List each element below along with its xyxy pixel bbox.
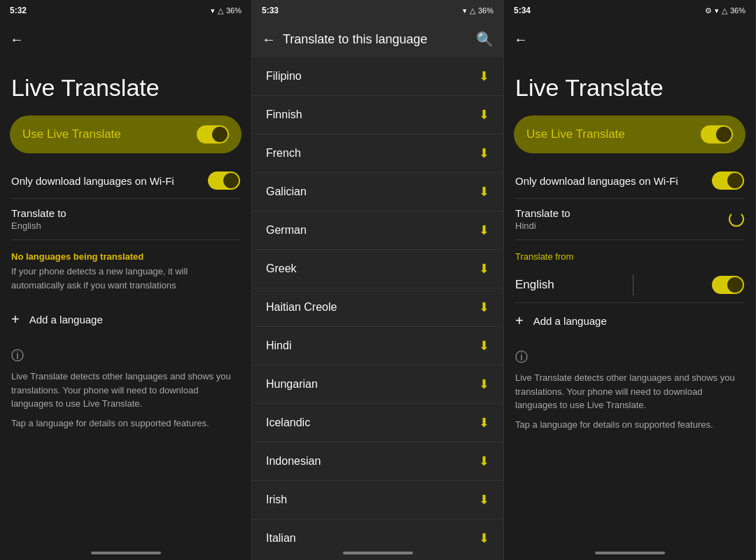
nav-bar-1: ← xyxy=(0,21,251,57)
list-item-haitian[interactable]: Haitian Creole ⬇ xyxy=(252,288,503,327)
download-icon-hungarian[interactable]: ⬇ xyxy=(479,377,489,392)
battery-2: 36% xyxy=(478,6,493,15)
list-item-german[interactable]: German ⬇ xyxy=(252,211,503,250)
wifi-switch-1[interactable] xyxy=(208,172,240,190)
live-translate-toggle-row-1[interactable]: Use Live Translate xyxy=(10,115,241,153)
list-item-finnish[interactable]: Finnish ⬇ xyxy=(252,96,503,134)
wifi-icon-2: ▾ xyxy=(463,6,467,15)
settings-icon-3: ⚙ xyxy=(705,6,712,15)
wifi-text-1: Only download languages on Wi-Fi xyxy=(11,175,208,187)
translate-to-value-3: Hindi xyxy=(515,220,729,231)
live-translate-switch-3[interactable] xyxy=(701,125,733,144)
list-item-hungarian[interactable]: Hungarian ⬇ xyxy=(252,365,503,404)
info-section-3: ⓘ Live Translate detects other languages… xyxy=(504,339,755,447)
lang-name-greek: Greek xyxy=(266,262,297,275)
download-icon-irish[interactable]: ⬇ xyxy=(479,492,489,507)
add-language-row-3[interactable]: + Add a language xyxy=(504,303,755,339)
wifi-toggle-row-3[interactable]: Only download languages on Wi-Fi xyxy=(504,163,755,198)
signal-icon: △ xyxy=(218,6,223,15)
home-indicator-3 xyxy=(504,546,755,560)
lang-name-german: German xyxy=(266,224,307,237)
list-item-italian[interactable]: Italian ⬇ xyxy=(252,519,503,546)
download-icon-galician[interactable]: ⬇ xyxy=(479,184,489,200)
home-bar-1 xyxy=(91,552,161,554)
download-icon-indonesian[interactable]: ⬇ xyxy=(479,454,489,469)
back-button-1[interactable]: ← xyxy=(10,31,24,48)
add-language-row-1[interactable]: + Add a language xyxy=(0,302,251,337)
list-item-hindi[interactable]: Hindi ⬇ xyxy=(252,327,503,365)
home-indicator-1 xyxy=(0,546,251,560)
page-title-3: Live Translate xyxy=(504,57,755,115)
list-item-icelandic[interactable]: Icelandic ⬇ xyxy=(252,404,503,442)
download-icon-french[interactable]: ⬇ xyxy=(479,146,489,161)
search-icon-2[interactable]: 🔍 xyxy=(476,31,493,48)
signal-icon-3: △ xyxy=(722,6,727,15)
screen-content-3: Live Translate Use Live Translate Only d… xyxy=(504,57,755,546)
add-icon-1: + xyxy=(11,312,20,328)
translate-from-lang-3: English xyxy=(515,278,554,292)
vertical-divider-3 xyxy=(633,274,634,295)
no-lang-header-1: No languages being translated xyxy=(0,240,251,265)
download-icon-icelandic[interactable]: ⬇ xyxy=(479,415,489,430)
list-item-french[interactable]: French ⬇ xyxy=(252,134,503,173)
translate-to-value-1: English xyxy=(11,220,240,231)
info-icon-3: ⓘ xyxy=(515,349,744,365)
screen-3: 5:34 ⚙ ▾ △ 36% ← Live Translate Use Live… xyxy=(504,0,756,560)
lang-name-galician: Galician xyxy=(266,186,307,198)
signal-icon-2: △ xyxy=(470,6,475,15)
translate-to-label-3: Translate to xyxy=(515,207,729,219)
battery-1: 36% xyxy=(226,6,241,15)
info-section-1: ⓘ Live Translate detects other languages… xyxy=(0,337,251,445)
time-1: 5:32 xyxy=(10,6,27,15)
nav-bar-3: ← xyxy=(504,21,755,57)
lang-name-irish: Irish xyxy=(266,493,287,506)
wifi-label-1: Only download languages on Wi-Fi xyxy=(11,175,208,187)
lang-name-indonesian: Indonesian xyxy=(266,455,321,468)
translate-to-row-1[interactable]: Translate to English xyxy=(0,199,251,239)
info-text-1b: Tap a language for details on supported … xyxy=(11,416,240,430)
info-text-1a: Live Translate detects other languages a… xyxy=(11,370,240,411)
download-icon-italian[interactable]: ⬇ xyxy=(479,531,489,546)
list-item-greek[interactable]: Greek ⬇ xyxy=(252,250,503,288)
live-translate-label-3: Use Live Translate xyxy=(526,127,625,141)
download-icon-filipino[interactable]: ⬇ xyxy=(479,69,489,84)
translate-from-row-3[interactable]: English xyxy=(504,267,755,302)
translate-to-row-3[interactable]: Translate to Hindi xyxy=(504,199,755,239)
home-indicator-2 xyxy=(252,546,503,560)
battery-3: 36% xyxy=(730,6,746,15)
add-language-label-3: Add a language xyxy=(533,315,607,327)
live-translate-label-1: Use Live Translate xyxy=(22,127,121,141)
status-icons-1: ▾ △ 36% xyxy=(211,6,241,15)
wifi-icon-3: ▾ xyxy=(715,6,719,15)
screen-content-1: Live Translate Use Live Translate Only d… xyxy=(0,57,251,546)
download-icon-finnish[interactable]: ⬇ xyxy=(479,107,489,122)
back-button-3[interactable]: ← xyxy=(514,31,528,48)
wifi-label-3: Only download languages on Wi-Fi xyxy=(515,175,712,187)
nav-bar-2: ← Translate to this language 🔍 xyxy=(252,21,503,57)
wifi-toggle-row-1[interactable]: Only download languages on Wi-Fi xyxy=(0,163,251,198)
download-icon-german[interactable]: ⬇ xyxy=(479,223,489,238)
time-2: 5:33 xyxy=(262,6,279,15)
download-icon-hindi[interactable]: ⬇ xyxy=(479,338,489,354)
home-bar-2 xyxy=(343,552,413,554)
list-item-irish[interactable]: Irish ⬇ xyxy=(252,481,503,519)
list-item-filipino[interactable]: Filipino ⬇ xyxy=(252,57,503,96)
add-icon-3: + xyxy=(515,313,524,329)
translate-to-text-3: Translate to Hindi xyxy=(515,207,729,231)
download-icon-greek[interactable]: ⬇ xyxy=(479,261,489,276)
wifi-icon: ▾ xyxy=(211,6,215,15)
live-translate-switch-1[interactable] xyxy=(197,125,229,144)
list-item-galician[interactable]: Galician ⬇ xyxy=(252,173,503,211)
loading-spinner-3 xyxy=(729,211,744,227)
home-bar-3 xyxy=(595,552,665,554)
wifi-switch-3[interactable] xyxy=(712,172,744,190)
download-icon-haitian[interactable]: ⬇ xyxy=(479,300,489,315)
back-button-2[interactable]: ← xyxy=(262,31,276,48)
info-icon-1: ⓘ xyxy=(11,347,240,364)
translate-to-text-1: Translate to English xyxy=(11,207,240,231)
translate-from-switch-3[interactable] xyxy=(712,276,744,294)
lang-list: Filipino ⬇ Finnish ⬇ French ⬇ Galician ⬇… xyxy=(252,57,503,546)
lang-name-french: French xyxy=(266,147,301,160)
live-translate-toggle-row-3[interactable]: Use Live Translate xyxy=(514,115,746,153)
list-item-indonesian[interactable]: Indonesian ⬇ xyxy=(252,442,503,481)
